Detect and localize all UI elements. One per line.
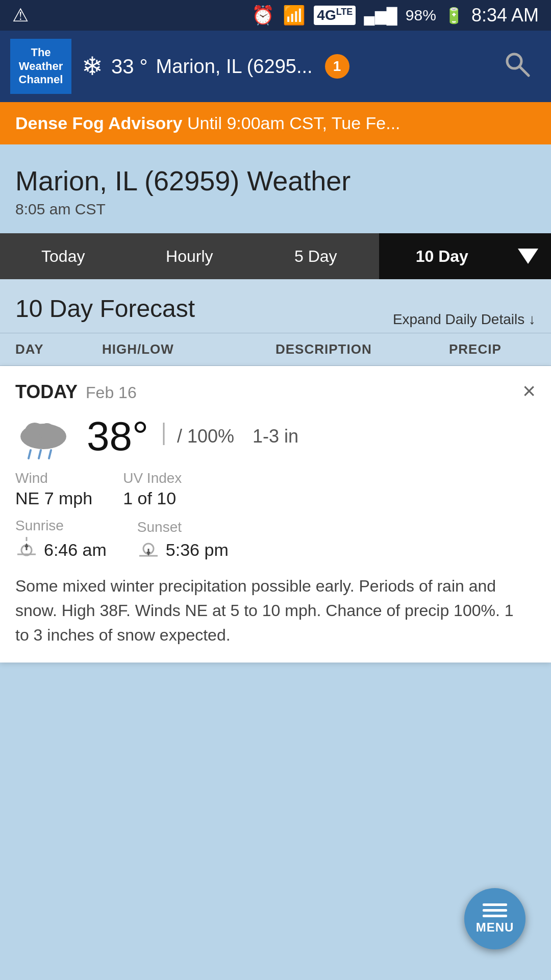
detail-precip-chance: / 100% [177,426,234,447]
menu-fab-label: MENU [476,920,514,935]
detail-wind-uv-row: Wind NE 7 mph UV Index 1 of 10 [15,470,531,508]
menu-fab[interactable]: MENU [464,888,525,949]
svg-point-5 [39,423,55,439]
detail-sun-row: Sunrise 6:46 am Sunset [15,518,531,564]
header-location: ❄ 33 ° Marion, IL (6295... 1 [82,52,482,81]
forecast-section: 10 Day Forecast Expand Daily Details ↓ [0,279,551,333]
svg-marker-2 [518,249,538,264]
advisory-title: Dense Fog Advisory [15,113,182,133]
svg-line-7 [39,450,41,458]
wind-value: NE 7 mph [15,488,92,508]
forecast-table-header: DAY HIGH/LOW DESCRIPTION PRECIP [0,333,551,366]
svg-line-1 [519,66,529,76]
close-button[interactable]: × [522,378,536,404]
detail-day-label: TODAY [15,381,78,403]
sunset-label: Sunset [137,519,229,535]
weather-timestamp: 8:05 am CST [15,201,536,218]
tab-today[interactable]: Today [0,233,127,279]
col-description: DESCRIPTION [276,341,449,357]
svg-line-6 [29,450,31,458]
weather-snow-icon: ❄ [82,52,103,81]
detail-temperature: 38° [87,413,148,460]
status-bar: ⚠ ⏰ 📶 4GLTE ▄▆█ 98% 🔋 8:34 AM [0,0,551,31]
wind-label: Wind [15,470,92,486]
uv-value: 1 of 10 [123,488,182,508]
advisory-banner[interactable]: Dense Fog Advisory Until 9:00am CST, Tue… [0,102,551,144]
sunrise-value: 6:46 am [44,540,107,560]
detail-card: × TODAY Feb 16 38° / 1 [0,366,551,663]
app-header: The Weather Channel ❄ 33 ° Marion, IL (6… [0,31,551,102]
location-weather-header: Marion, IL (62959) Weather 8:05 am CST [0,144,551,233]
alarm-icon: ⏰ [252,5,274,26]
signal-icon: 4GLTE [314,6,356,24]
tab-hourly[interactable]: Hourly [127,233,253,279]
notification-badge[interactable]: 1 [325,54,349,79]
clock-time: 8:34 AM [471,5,539,26]
detail-temp-section: 38° / 100% 1-3 in [87,413,298,460]
col-highlow: HIGH/LOW [102,341,276,357]
signal-bars-icon: ▄▆█ [364,7,397,24]
battery-icon: 🔋 [444,7,463,24]
uv-label: UV Index [123,470,182,486]
city-weather-title: Marion, IL (62959) Weather [15,165,536,197]
svg-line-8 [49,450,51,458]
sunrise-icon [15,536,38,564]
detail-description: Some mixed winter precipitation possible… [15,574,531,647]
advisory-detail: Until 9:00am CST, Tue Fe... [187,113,400,133]
warning-icon: ⚠ [12,5,29,26]
col-day: DAY [15,341,102,357]
sunset-icon [137,537,160,562]
sunrise-label: Sunrise [15,518,107,534]
detail-wind: Wind NE 7 mph [15,470,92,508]
header-temperature: 33 ° [111,55,148,78]
detail-precip-amount: 1-3 in [253,426,298,447]
battery-percent: 98% [406,7,436,24]
weather-condition-icon [15,413,71,459]
col-precip: PRECIP [449,341,536,357]
tab-dropdown[interactable] [505,233,551,279]
detail-date-row: TODAY Feb 16 [15,381,531,403]
forecast-title: 10 Day Forecast [15,295,195,323]
app-logo: The Weather Channel [10,39,71,93]
tab-5day[interactable]: 5 Day [253,233,379,279]
menu-fab-icon [483,903,507,917]
tab-10day[interactable]: 10 Day [379,233,506,279]
wifi-icon: 📶 [283,5,306,26]
expand-details-link[interactable]: Expand Daily Details ↓ [393,311,536,328]
tab-bar: Today Hourly 5 Day 10 Day [0,233,551,279]
detail-main: 38° / 100% 1-3 in [15,413,531,460]
header-location-text: Marion, IL (6295... [156,56,313,78]
detail-uv: UV Index 1 of 10 [123,470,182,508]
detail-sunset: Sunset 5:36 pm [137,519,229,562]
detail-date: Feb 16 [86,383,137,402]
detail-sunrise: Sunrise 6:46 am [15,518,107,564]
search-button[interactable] [492,49,541,84]
sunset-value: 5:36 pm [166,540,229,560]
